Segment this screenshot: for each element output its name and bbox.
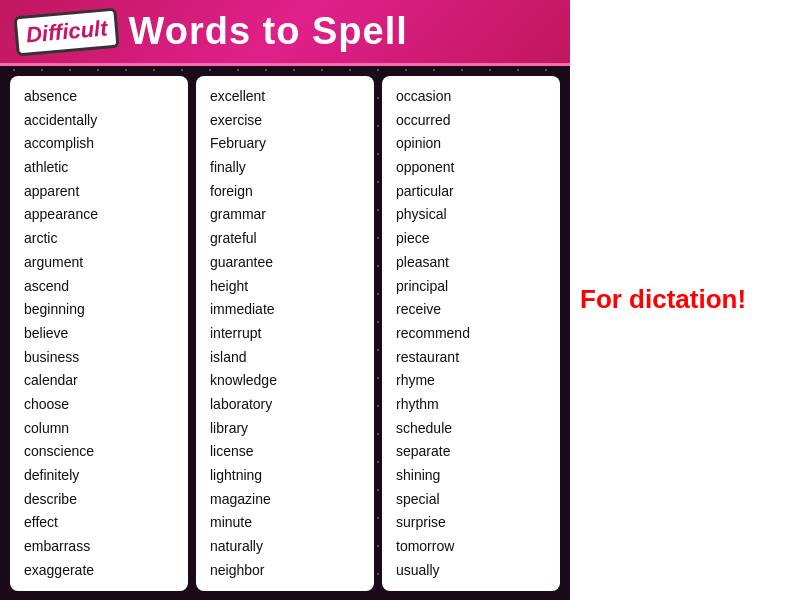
- word-item: grammar: [210, 204, 360, 226]
- word-item: shining: [396, 465, 546, 487]
- word-item: neighbor: [210, 560, 360, 582]
- word-item: schedule: [396, 418, 546, 440]
- word-column-2: excellentexerciseFebruaryfinallyforeigng…: [196, 76, 374, 591]
- word-item: surprise: [396, 512, 546, 534]
- word-item: exaggerate: [24, 560, 174, 582]
- word-item: pleasant: [396, 252, 546, 274]
- word-item: special: [396, 489, 546, 511]
- word-item: tomorrow: [396, 536, 546, 558]
- word-item: usually: [396, 560, 546, 582]
- word-item: effect: [24, 512, 174, 534]
- word-item: accidentally: [24, 110, 174, 132]
- word-item: height: [210, 276, 360, 298]
- word-item: business: [24, 347, 174, 369]
- word-item: laboratory: [210, 394, 360, 416]
- word-item: occasion: [396, 86, 546, 108]
- word-item: believe: [24, 323, 174, 345]
- word-item: describe: [24, 489, 174, 511]
- word-item: absence: [24, 86, 174, 108]
- word-item: island: [210, 347, 360, 369]
- word-item: opponent: [396, 157, 546, 179]
- word-item: apparent: [24, 181, 174, 203]
- word-item: rhythm: [396, 394, 546, 416]
- word-item: February: [210, 133, 360, 155]
- poster-header: Difficult Words to Spell: [0, 0, 570, 66]
- word-item: piece: [396, 228, 546, 250]
- word-item: embarrass: [24, 536, 174, 558]
- difficult-badge: Difficult: [13, 7, 120, 56]
- word-item: knowledge: [210, 370, 360, 392]
- word-item: naturally: [210, 536, 360, 558]
- word-item: excellent: [210, 86, 360, 108]
- word-column-1: absenceaccidentallyaccomplishathleticapp…: [10, 76, 188, 591]
- poster-title: Words to Spell: [128, 10, 407, 53]
- word-item: particular: [396, 181, 546, 203]
- word-item: arctic: [24, 228, 174, 250]
- word-item: guarantee: [210, 252, 360, 274]
- word-item: physical: [396, 204, 546, 226]
- word-item: argument: [24, 252, 174, 274]
- word-item: restaurant: [396, 347, 546, 369]
- word-item: magazine: [210, 489, 360, 511]
- word-item: choose: [24, 394, 174, 416]
- word-item: lightning: [210, 465, 360, 487]
- word-item: minute: [210, 512, 360, 534]
- word-item: accomplish: [24, 133, 174, 155]
- word-item: rhyme: [396, 370, 546, 392]
- word-item: ascend: [24, 276, 174, 298]
- word-item: receive: [396, 299, 546, 321]
- word-item: license: [210, 441, 360, 463]
- word-item: immediate: [210, 299, 360, 321]
- word-item: beginning: [24, 299, 174, 321]
- word-item: column: [24, 418, 174, 440]
- columns-container: absenceaccidentallyaccomplishathleticapp…: [0, 66, 570, 600]
- word-item: grateful: [210, 228, 360, 250]
- word-item: finally: [210, 157, 360, 179]
- poster: Difficult Words to Spell absenceaccident…: [0, 0, 570, 600]
- word-item: principal: [396, 276, 546, 298]
- word-item: athletic: [24, 157, 174, 179]
- word-item: appearance: [24, 204, 174, 226]
- word-item: interrupt: [210, 323, 360, 345]
- word-item: separate: [396, 441, 546, 463]
- difficult-label: Difficult: [25, 15, 108, 47]
- word-item: exercise: [210, 110, 360, 132]
- for-dictation-section: For dictation!: [580, 284, 780, 315]
- word-item: recommend: [396, 323, 546, 345]
- word-item: definitely: [24, 465, 174, 487]
- word-item: calendar: [24, 370, 174, 392]
- word-item: conscience: [24, 441, 174, 463]
- word-item: foreign: [210, 181, 360, 203]
- word-item: library: [210, 418, 360, 440]
- for-dictation-text: For dictation!: [580, 284, 780, 315]
- word-column-3: occasionoccurredopinionopponentparticula…: [382, 76, 560, 591]
- word-item: opinion: [396, 133, 546, 155]
- word-item: occurred: [396, 110, 546, 132]
